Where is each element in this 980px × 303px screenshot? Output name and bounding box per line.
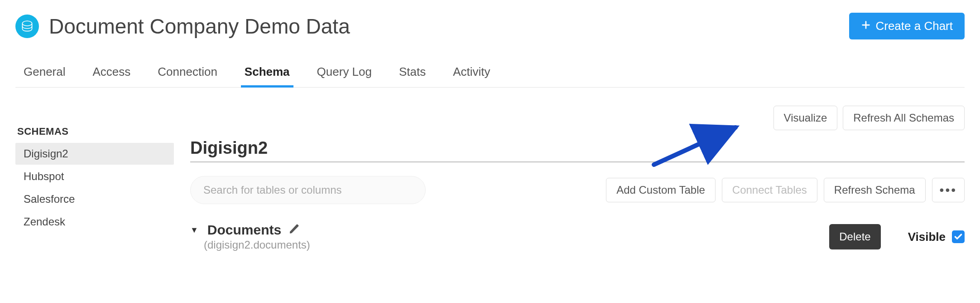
pencil-icon[interactable] bbox=[288, 223, 300, 237]
tab-query-log[interactable]: Query Log bbox=[316, 62, 373, 87]
connect-tables-button[interactable]: Connect Tables bbox=[722, 178, 817, 202]
refresh-all-schemas-button[interactable]: Refresh All Schemas bbox=[843, 106, 965, 130]
tab-connection[interactable]: Connection bbox=[157, 62, 218, 87]
schemas-sidebar: SCHEMAS Digisign2 Hubspot Salesforce Zen… bbox=[15, 106, 174, 251]
table-row: ▼ Documents (digisign2.documents) Delete… bbox=[190, 222, 965, 251]
delete-button[interactable]: Delete bbox=[829, 224, 880, 249]
schema-title-block: Digisign2 bbox=[190, 138, 965, 162]
sidebar-item-zendesk[interactable]: Zendesk bbox=[15, 211, 174, 233]
create-chart-label: Create a Chart bbox=[875, 19, 953, 33]
tab-schema[interactable]: Schema bbox=[244, 62, 291, 87]
page-header: Document Company Demo Data Create a Char… bbox=[15, 13, 965, 39]
page-title: Document Company Demo Data bbox=[49, 14, 350, 39]
title-divider bbox=[190, 161, 965, 162]
create-chart-button[interactable]: Create a Chart bbox=[849, 13, 965, 39]
visualize-button[interactable]: Visualize bbox=[773, 106, 838, 130]
schemas-heading: SCHEMAS bbox=[15, 126, 174, 137]
sidebar-item-hubspot[interactable]: Hubspot bbox=[15, 166, 174, 187]
schema-tools-row: Add Custom Table Connect Tables Refresh … bbox=[190, 176, 965, 204]
more-actions-button[interactable]: ••• bbox=[932, 178, 965, 202]
visible-toggle-group: Visible bbox=[908, 230, 965, 244]
sidebar-item-digisign2[interactable]: Digisign2 bbox=[15, 143, 174, 165]
postgres-icon bbox=[15, 15, 39, 38]
svg-point-0 bbox=[22, 21, 32, 26]
visible-checkbox[interactable] bbox=[952, 230, 965, 243]
table-qualified-name: (digisign2.documents) bbox=[204, 239, 310, 251]
plus-icon bbox=[861, 19, 871, 33]
add-custom-table-button[interactable]: Add Custom Table bbox=[606, 178, 716, 202]
tab-access[interactable]: Access bbox=[92, 62, 132, 87]
tab-general[interactable]: General bbox=[23, 62, 67, 87]
table-name: Documents bbox=[207, 222, 281, 238]
visible-label: Visible bbox=[908, 230, 946, 244]
refresh-schema-button[interactable]: Refresh Schema bbox=[824, 178, 926, 202]
schema-title: Digisign2 bbox=[190, 138, 965, 158]
tab-stats[interactable]: Stats bbox=[398, 62, 427, 87]
tabs: General Access Connection Schema Query L… bbox=[15, 62, 965, 88]
sidebar-item-salesforce[interactable]: Salesforce bbox=[15, 188, 174, 210]
tab-activity[interactable]: Activity bbox=[452, 62, 491, 87]
caret-down-icon[interactable]: ▼ bbox=[190, 225, 198, 235]
schema-main: Visualize Refresh All Schemas Digisign2 bbox=[174, 106, 965, 251]
search-input[interactable] bbox=[190, 176, 426, 204]
